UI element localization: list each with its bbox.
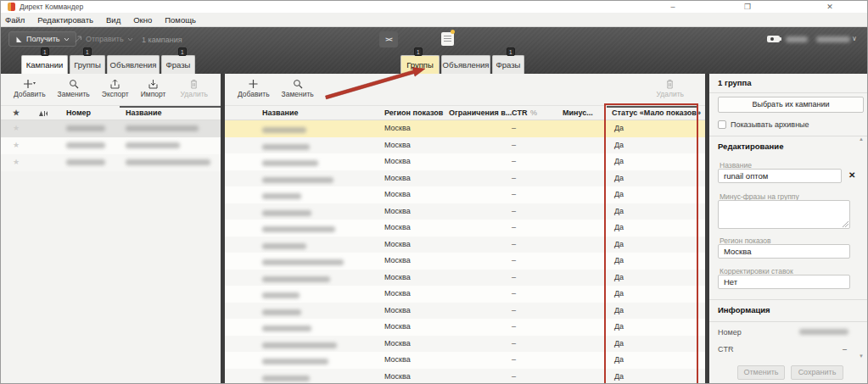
redacted-group-name (262, 376, 310, 381)
ctr-info-label: CTR (718, 345, 734, 353)
star-column-header-icon[interactable]: ★ (13, 109, 20, 117)
ctr-cell: – (512, 306, 516, 314)
star-icon[interactable]: ★ (13, 158, 20, 166)
low-impressions-cell: Да (614, 124, 624, 132)
minimize-button[interactable]: – (667, 2, 679, 12)
ctr-column-header[interactable]: CTR (512, 109, 528, 117)
ctr-cell: – (512, 372, 516, 381)
redacted-group-name (262, 259, 344, 265)
select-campaigns-button[interactable]: Выбрать их кампании (718, 97, 864, 113)
events-journal-icon[interactable] (441, 32, 454, 46)
menu-window[interactable]: Окно (133, 15, 152, 25)
group-row[interactable]: Москва – Да (225, 270, 705, 287)
delete-button[interactable]: Удалить (651, 77, 690, 100)
tab-groups-left[interactable]: Группы (70, 55, 105, 74)
delete-button[interactable]: Удалить (175, 77, 214, 100)
send-button[interactable]: Отправить (74, 31, 133, 47)
resize-grip-icon[interactable] (843, 221, 848, 227)
menu-edit[interactable]: Редактировать (37, 15, 93, 25)
checkbox-icon[interactable] (718, 120, 726, 129)
import-button[interactable]: Импорт (135, 77, 172, 100)
group-row[interactable]: Москва – Да (225, 319, 705, 336)
redacted-group-name (262, 342, 337, 348)
ctr-cell: – (512, 289, 516, 298)
show-archived-checkbox-row[interactable]: Показывать архивные (718, 120, 809, 129)
region-cell: Москва (384, 240, 411, 248)
ctr-cell: – (512, 256, 516, 264)
name-column-header[interactable]: Название (262, 109, 298, 117)
low-impressions-column-header[interactable]: Статус «Мало показов» (612, 109, 701, 117)
group-row[interactable]: Москва – Да (225, 369, 705, 384)
scroll-up-icon[interactable]: ▲ (859, 136, 864, 142)
redacted-campaign-name (126, 159, 210, 165)
region-cell: Москва (384, 372, 411, 381)
redacted-balance (786, 36, 808, 42)
tab-phrases-left[interactable]: Фразы (161, 55, 195, 74)
state-column-header-icon[interactable] (38, 109, 48, 119)
region-field[interactable]: Москва (718, 244, 850, 259)
menu-help[interactable]: Помощь (165, 15, 196, 25)
send-arrow-icon (74, 35, 82, 43)
redacted-group-name (262, 359, 328, 365)
group-row[interactable]: Москва – Да (225, 186, 705, 203)
region-column-header[interactable]: Регион показов (384, 109, 443, 117)
tab-ads-left[interactable]: Объявления (107, 55, 160, 74)
menu-view[interactable]: Вид (106, 15, 120, 25)
minus-column-header[interactable]: Минус... (563, 109, 593, 117)
tab-campaigns[interactable]: Кампании (21, 55, 68, 74)
bid-adjustments-field[interactable]: Нет (718, 275, 850, 289)
groups-panel: Добавить Заменить Удалить Название Регио… (225, 74, 705, 383)
export-button[interactable]: Экспорт (96, 77, 135, 100)
maximize-button[interactable]: ❐ (742, 2, 753, 12)
menu-file[interactable]: Файл (5, 15, 25, 25)
scroll-down-icon[interactable]: ▼ (859, 353, 864, 359)
group-row[interactable]: Москва – Да (225, 120, 705, 137)
group-row[interactable]: Москва – Да (225, 352, 705, 369)
minus-phrases-field[interactable] (718, 200, 850, 229)
campaign-row[interactable]: ★ (1, 120, 221, 137)
group-row[interactable]: Москва – Да (225, 137, 705, 154)
group-row[interactable]: Москва – Да (225, 203, 705, 220)
campaign-row[interactable]: ★ (1, 154, 221, 171)
redacted-campaign-name (126, 142, 180, 148)
number-info-label: Номер (718, 328, 742, 337)
group-row[interactable]: Москва – Да (225, 237, 705, 253)
receive-button[interactable]: Получить (8, 31, 76, 47)
replace-button[interactable]: Заменить (276, 77, 320, 100)
group-row[interactable]: Москва – Да (225, 220, 705, 237)
name-column-header[interactable]: Название (126, 109, 161, 117)
star-icon[interactable]: ★ (13, 141, 20, 149)
add-button[interactable]: Добавить (232, 77, 276, 100)
tab-groups-center[interactable]: Группы (400, 55, 440, 74)
redacted-group-name (262, 177, 333, 183)
save-button[interactable]: Сохранить (791, 365, 843, 380)
low-impressions-cell: Да (614, 355, 624, 364)
add-button[interactable]: Добавить (8, 77, 52, 100)
group-row[interactable]: Москва – Да (225, 286, 705, 303)
name-field[interactable]: runail оптом (718, 169, 842, 183)
replace-button[interactable]: Заменить (52, 77, 96, 100)
low-impressions-cell: Да (614, 256, 624, 264)
campaign-row[interactable]: ★ (1, 137, 221, 154)
app-logo-icon (8, 3, 15, 11)
group-row[interactable]: Москва – Да (225, 303, 705, 320)
number-column-header[interactable]: Номер (66, 109, 91, 117)
account-menu-chevron-icon[interactable]: ∨ (852, 35, 857, 42)
close-button[interactable]: ✕ (824, 2, 836, 12)
tab-badge: 1 (83, 47, 92, 56)
group-row[interactable]: Москва – Да (225, 170, 705, 187)
group-row[interactable]: Москва – Да (225, 336, 705, 353)
group-row[interactable]: Москва – Да (225, 253, 705, 270)
group-row[interactable]: Москва – Да (225, 153, 705, 170)
tab-phrases-center[interactable]: Фразы (492, 55, 524, 74)
star-icon[interactable]: ★ (13, 124, 20, 132)
tab-ads-center[interactable]: Объявления (441, 55, 490, 74)
collapse-panels-icon[interactable]: >< (379, 31, 398, 47)
groups-toolbar: Добавить Заменить Удалить (225, 74, 705, 106)
clear-name-icon[interactable]: ✕ (848, 170, 855, 180)
low-impressions-cell: Да (614, 372, 624, 381)
cancel-button[interactable]: Отменить (737, 365, 785, 380)
limits-column-header[interactable]: Ограничения в... (449, 109, 512, 117)
region-cell: Москва (384, 141, 411, 149)
tab-badge: 1 (507, 47, 515, 56)
